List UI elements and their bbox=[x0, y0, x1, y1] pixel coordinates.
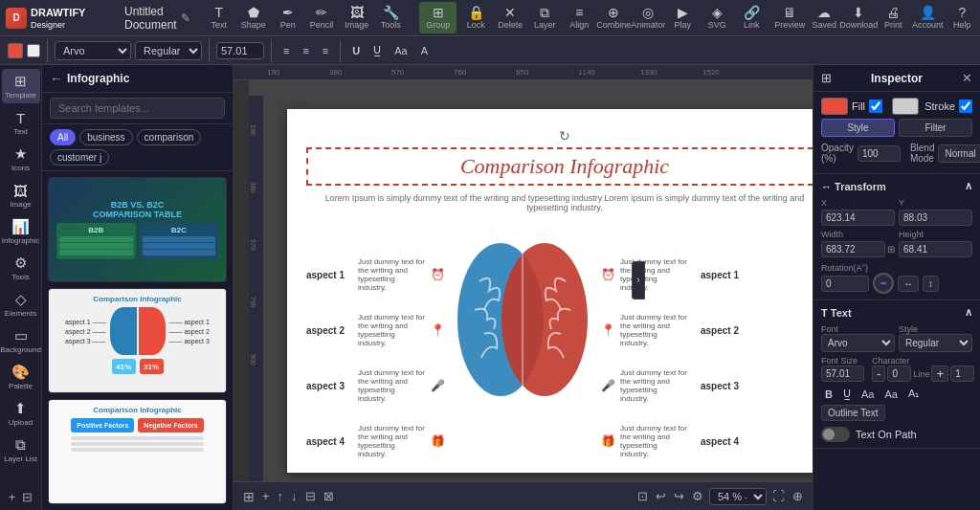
rotation-input[interactable] bbox=[821, 276, 869, 292]
edit-icon[interactable]: ✎ bbox=[181, 11, 190, 25]
align-left-btn[interactable]: ≡ bbox=[278, 43, 294, 58]
outline-text-btn[interactable]: Outline Text bbox=[821, 405, 885, 421]
tools-btn[interactable]: 🔧Tools bbox=[375, 3, 406, 33]
rotation-dial[interactable] bbox=[873, 273, 894, 294]
tag-all[interactable]: All bbox=[50, 129, 76, 145]
page-options-btn[interactable]: ⊟ bbox=[20, 488, 34, 506]
sidebar-item-tools[interactable]: ⚙ Tools bbox=[2, 251, 40, 285]
pen-tool-btn[interactable]: ✒Pen bbox=[273, 3, 303, 33]
char-decr-btn[interactable]: - bbox=[872, 366, 885, 382]
sidebar-item-palette[interactable]: 🎨 Palette bbox=[2, 360, 40, 394]
canvas-redo-btn[interactable]: ↪ bbox=[672, 487, 686, 505]
fill-color-box[interactable] bbox=[821, 98, 848, 115]
align-btn[interactable]: ≡Align bbox=[564, 3, 594, 33]
link-btn[interactable]: 🔗Link bbox=[736, 3, 767, 33]
font-size-input[interactable] bbox=[216, 42, 264, 59]
preview-btn[interactable]: 🖥Preview bbox=[774, 3, 805, 33]
canvas-undo-btn[interactable]: ↩ bbox=[654, 487, 668, 505]
width-input[interactable] bbox=[821, 241, 885, 257]
canvas-down-btn[interactable]: ↓ bbox=[289, 487, 300, 505]
line-incr-btn[interactable]: + bbox=[931, 366, 948, 382]
sidebar-item-image[interactable]: 🖼 Image bbox=[2, 178, 40, 212]
template-thumb-1[interactable]: B2B VS. B2CCOMPARISON TABLE B2B B2C bbox=[48, 177, 227, 282]
lock-btn[interactable]: 🔒Lock bbox=[460, 3, 491, 33]
align-center-btn[interactable]: ≡ bbox=[298, 43, 313, 58]
underline-fmt-btn[interactable]: U̲ bbox=[839, 386, 855, 402]
tag-customer[interactable]: customer j bbox=[50, 149, 109, 166]
stroke-swatch[interactable] bbox=[27, 44, 40, 57]
font-a-btn[interactable]: A bbox=[416, 43, 433, 58]
combine-btn[interactable]: ⊕Combine bbox=[598, 3, 629, 33]
help-btn[interactable]: ?Help bbox=[947, 3, 977, 33]
uppercase-btn[interactable]: Aa bbox=[858, 386, 878, 402]
rotation-handle[interactable]: ↻ bbox=[306, 128, 813, 144]
link-proportions-icon[interactable]: ⊞ bbox=[887, 244, 895, 255]
sidebar-item-elements[interactable]: ◇ Elements bbox=[2, 287, 40, 322]
stroke-checkbox[interactable] bbox=[959, 100, 972, 113]
print-btn[interactable]: 🖨Print bbox=[878, 3, 908, 33]
bold-btn[interactable]: U bbox=[347, 43, 365, 58]
canvas-fit-btn[interactable]: ⊡ bbox=[635, 487, 650, 505]
inspector-font-size-input[interactable] bbox=[821, 366, 864, 382]
font-selector[interactable]: Arvo bbox=[55, 41, 131, 60]
layer-btn[interactable]: ⧉Layer bbox=[529, 3, 560, 33]
play-btn[interactable]: ▶Play bbox=[667, 3, 698, 33]
opacity-input[interactable] bbox=[858, 145, 901, 162]
shape-tool-btn[interactable]: ⬟Shape bbox=[236, 3, 271, 33]
add-page-btn[interactable]: + bbox=[7, 488, 18, 506]
canvas-add-btn[interactable]: ⊞ bbox=[241, 487, 256, 506]
fill-checkbox[interactable] bbox=[869, 100, 882, 113]
download-btn[interactable]: ⬇Download bbox=[843, 3, 874, 33]
template-search-input[interactable] bbox=[50, 98, 225, 119]
tag-business[interactable]: business bbox=[79, 129, 132, 145]
svg-btn[interactable]: ◈SVG bbox=[702, 3, 732, 33]
image-tool-btn[interactable]: 🖼Image bbox=[340, 3, 373, 33]
sidebar-item-infographic[interactable]: 📊 Infographic bbox=[2, 214, 40, 249]
inspector-close-btn[interactable]: ✕ bbox=[962, 71, 972, 85]
panel-toggle-right-btn[interactable]: › bbox=[632, 261, 645, 299]
animator-btn[interactable]: ◎Animator bbox=[633, 3, 663, 33]
canvas-arrange-btn[interactable]: ⊟ bbox=[303, 487, 318, 505]
line-input[interactable] bbox=[950, 366, 974, 382]
inspector-font-select[interactable]: Arvo bbox=[821, 334, 895, 352]
bold-fmt-btn[interactable]: B bbox=[821, 386, 836, 402]
sidebar-item-template[interactable]: ⊞ Template bbox=[2, 69, 40, 103]
style-btn[interactable]: Style bbox=[821, 119, 895, 137]
underline-btn[interactable]: U̲ bbox=[368, 42, 386, 58]
sidebar-item-icons[interactable]: ★ Icons bbox=[2, 142, 40, 176]
text-collapse-icon[interactable]: ∧ bbox=[965, 306, 972, 319]
saved-btn[interactable]: ☁Saved bbox=[809, 3, 839, 33]
style-selector[interactable]: Regular bbox=[135, 41, 202, 60]
transform-collapse-icon[interactable]: ∧ bbox=[965, 180, 972, 192]
zoom-selector[interactable]: 54 % - 100 % 75 % bbox=[709, 488, 767, 505]
delete-btn[interactable]: ✕Delete bbox=[495, 3, 525, 33]
doc-title[interactable]: Untitled Document bbox=[124, 5, 177, 32]
account-btn[interactable]: 👤Account bbox=[912, 3, 943, 33]
sidebar-item-upload[interactable]: ⬆ Upload bbox=[2, 396, 40, 431]
flip-v-btn[interactable]: ↕ bbox=[923, 276, 939, 292]
blend-mode-select[interactable]: Normal bbox=[938, 144, 980, 163]
flip-h-btn[interactable]: ↔ bbox=[898, 276, 919, 292]
canvas-grid-btn[interactable]: ⊠ bbox=[322, 487, 336, 505]
color-swatch-red[interactable] bbox=[8, 43, 23, 58]
canvas-share-btn[interactable]: ⊕ bbox=[791, 487, 805, 505]
text-tool-btn[interactable]: TText bbox=[204, 3, 234, 33]
canvas-page[interactable]: ↻ Comparison Infographic Lorem Ipsum is … bbox=[287, 109, 813, 473]
sidebar-item-text[interactable]: T Text bbox=[2, 105, 40, 140]
panel-back-btn[interactable]: ← bbox=[50, 71, 63, 86]
canvas-plus-btn[interactable]: + bbox=[260, 487, 272, 505]
stroke-color-box[interactable] bbox=[892, 98, 919, 115]
inspector-style-select[interactable]: Regular bbox=[899, 334, 972, 352]
filter-btn[interactable]: Filter bbox=[899, 119, 972, 137]
pencil-tool-btn[interactable]: ✏Pencil bbox=[305, 3, 339, 33]
template-thumb-3[interactable]: Comparison Infographic Positive Factors … bbox=[48, 399, 227, 504]
group-btn[interactable]: ⊞Group bbox=[421, 3, 455, 33]
canvas-up-btn[interactable]: ↑ bbox=[276, 487, 286, 505]
sidebar-item-background[interactable]: ▭ Background bbox=[2, 323, 40, 358]
char-input[interactable] bbox=[887, 366, 911, 382]
template-thumb-2[interactable]: Comparison Infographic aspect 1 —— aspec… bbox=[48, 288, 227, 393]
tag-comparison[interactable]: comparison bbox=[137, 129, 202, 145]
infographic-title[interactable]: Comparison Infographic bbox=[306, 147, 813, 186]
x-input[interactable] bbox=[821, 210, 895, 226]
canvas-fullscreen-btn[interactable]: ⛶ bbox=[770, 487, 787, 505]
